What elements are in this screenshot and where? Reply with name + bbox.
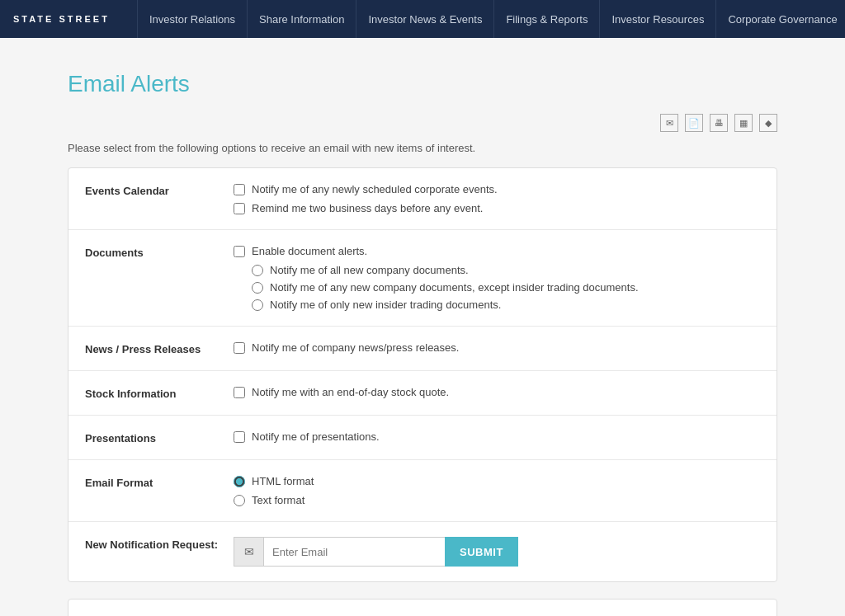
doc-radio-input-2[interactable] xyxy=(252,282,263,294)
doc-radio-1[interactable]: Notify me of all new company documents. xyxy=(252,264,760,276)
stock-option-1[interactable]: Notify me with an end-of-day stock quote… xyxy=(234,386,760,398)
events-option-1[interactable]: Notify me of any newly scheduled corpora… xyxy=(234,183,760,195)
nav-item-investor-events[interactable]: Investor News & Events xyxy=(356,0,494,38)
stock-label: Stock Information xyxy=(85,386,234,400)
presentations-checkbox[interactable] xyxy=(234,431,245,443)
events-checkbox-1[interactable] xyxy=(234,184,245,195)
format-html-radio[interactable] xyxy=(234,476,245,487)
print-icon[interactable]: 🖶 xyxy=(710,114,728,132)
format-text[interactable]: Text format xyxy=(234,494,760,506)
email-format-options: HTML format Text format xyxy=(234,475,760,506)
doc-radio-input-1[interactable] xyxy=(252,265,263,276)
submit-button[interactable]: SUBMIT xyxy=(445,537,518,567)
format-text-radio[interactable] xyxy=(234,495,245,506)
nav-items: Investor Relations Share Information Inv… xyxy=(137,0,845,38)
doc-radio-input-3[interactable] xyxy=(252,299,263,311)
presentations-option-1[interactable]: Notify me of presentations. xyxy=(234,430,760,443)
presentations-label: Presentations xyxy=(85,430,234,444)
email-icon: ✉ xyxy=(234,537,263,567)
documents-option-1[interactable]: Enable document alerts. xyxy=(234,245,760,257)
documents-label: Documents xyxy=(85,245,234,259)
nav-item-share-information[interactable]: Share Information xyxy=(248,0,356,38)
toolbar-icons: ✉ 📄 🖶 ▦ ◆ xyxy=(68,114,777,132)
share-icon[interactable]: ▦ xyxy=(734,114,753,132)
documents-options: Enable document alerts. Notify me of all… xyxy=(234,245,760,311)
new-notification-label: New Notification Request: xyxy=(85,537,234,551)
news-row: News / Press Releases Notify me of compa… xyxy=(68,327,777,371)
events-calendar-options: Notify me of any newly scheduled corpora… xyxy=(234,183,760,214)
nav-item-filings-reports[interactable]: Filings & Reports xyxy=(494,0,600,38)
documents-suboptions: Notify me of all new company documents. … xyxy=(252,264,760,311)
events-calendar-label: Events Calendar xyxy=(85,183,234,197)
stock-checkbox[interactable] xyxy=(234,387,245,398)
email-share-icon[interactable]: ✉ xyxy=(660,114,678,132)
description: Please select from the following options… xyxy=(68,142,777,154)
events-calendar-row: Events Calendar Notify me of any newly s… xyxy=(68,168,777,230)
new-notification-email-input[interactable] xyxy=(263,537,445,567)
events-option-2[interactable]: Remind me two business days before any e… xyxy=(234,202,760,214)
documents-row: Documents Enable document alerts. Notify… xyxy=(68,230,777,327)
documents-checkbox[interactable] xyxy=(234,246,245,257)
news-label: News / Press Releases xyxy=(85,341,234,355)
nav-item-corporate-governance[interactable]: Corporate Governance xyxy=(716,0,845,38)
pdf-icon[interactable]: 📄 xyxy=(685,114,703,132)
bookmark-icon[interactable]: ◆ xyxy=(759,114,777,132)
format-html[interactable]: HTML format xyxy=(234,475,760,487)
news-options: Notify me of company news/press releases… xyxy=(234,341,760,354)
logo: STATE STREET xyxy=(13,14,120,24)
news-checkbox[interactable] xyxy=(234,342,245,354)
events-checkbox-2[interactable] xyxy=(234,203,245,214)
new-notification-row: New Notification Request: ✉ SUBMIT xyxy=(68,522,777,581)
email-format-label: Email Format xyxy=(85,475,234,489)
nav-item-investor-resources[interactable]: Investor Resources xyxy=(600,0,716,38)
main-content: Email Alerts ✉ 📄 🖶 ▦ ◆ Please select fro… xyxy=(51,38,794,616)
email-format-row: Email Format HTML format Text format xyxy=(68,460,777,522)
presentations-row: Presentations Notify me of presentations… xyxy=(68,416,777,460)
doc-radio-2[interactable]: Notify me of any new company documents, … xyxy=(252,281,760,294)
news-option-1[interactable]: Notify me of company news/press releases… xyxy=(234,341,760,354)
email-submit-group: ✉ SUBMIT xyxy=(234,537,760,567)
navigation: STATE STREET Investor Relations Share In… xyxy=(0,0,845,38)
form-card: Events Calendar Notify me of any newly s… xyxy=(68,167,777,582)
doc-radio-3[interactable]: Notify me of only new insider trading do… xyxy=(252,299,760,311)
nav-item-investor-relations[interactable]: Investor Relations xyxy=(137,0,248,38)
stock-row: Stock Information Notify me with an end-… xyxy=(68,371,777,416)
new-notification-input-group: ✉ SUBMIT xyxy=(234,537,760,567)
existing-notification-card: If you have already signed up for email … xyxy=(68,599,777,616)
stock-options: Notify me with an end-of-day stock quote… xyxy=(234,386,760,398)
presentations-options: Notify me of presentations. xyxy=(234,430,760,443)
page-title: Email Alerts xyxy=(68,71,777,97)
